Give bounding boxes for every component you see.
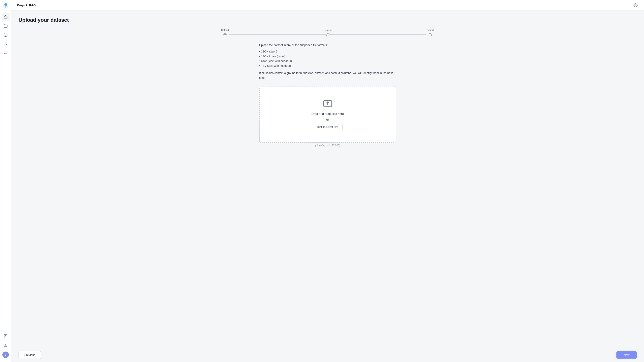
step-review-circle bbox=[326, 33, 329, 36]
step-review: Review bbox=[320, 29, 336, 36]
user-avatar[interactable]: Y bbox=[2, 352, 9, 358]
sidebar-item-folder[interactable] bbox=[2, 22, 10, 30]
page-content: Upload your dataset Upload Review Submit bbox=[11, 10, 644, 348]
svg-rect-14 bbox=[324, 106, 326, 107]
topbar: Project: RAG bbox=[11, 0, 644, 10]
sidebar-item-chat[interactable] bbox=[2, 48, 10, 56]
format-list: JSON (.json) JSON Lines (.jsonl) CSV (.c… bbox=[259, 49, 396, 68]
step-upload-circle bbox=[224, 33, 226, 36]
upload-description: Upload the dataset in any of the support… bbox=[259, 43, 396, 82]
dropzone-container: Drag and drop files here or Click to sel… bbox=[259, 86, 396, 147]
step-upload: Upload bbox=[217, 29, 233, 36]
sidebar-item-docs[interactable] bbox=[2, 332, 10, 340]
or-text: or bbox=[326, 118, 329, 121]
svg-rect-15 bbox=[329, 106, 331, 107]
svg-point-10 bbox=[635, 5, 636, 6]
format-jsonl: JSON Lines (.jsonl) bbox=[259, 54, 396, 59]
description-note: It must also contain a ground truth ques… bbox=[259, 71, 396, 80]
sidebar-bottom: Y bbox=[2, 332, 10, 360]
page-title: Upload your dataset bbox=[18, 17, 637, 23]
svg-point-2 bbox=[5, 6, 6, 8]
stepper: Upload Review Submit bbox=[217, 29, 438, 36]
app-logo[interactable] bbox=[2, 2, 9, 9]
footer-nav: Previous Next bbox=[11, 348, 644, 362]
next-button[interactable]: Next bbox=[616, 351, 637, 359]
previous-button[interactable]: Previous bbox=[18, 351, 41, 359]
description-intro: Upload the dataset in any of the support… bbox=[259, 43, 396, 48]
step-submit: Submit bbox=[422, 29, 438, 36]
format-csv: CSV (.csv, with headers) bbox=[259, 59, 396, 63]
sidebar-item-user[interactable] bbox=[2, 342, 10, 350]
format-tsv: TSV (.tsv, with headers) bbox=[259, 63, 396, 68]
settings-icon[interactable] bbox=[633, 2, 638, 8]
file-dropzone[interactable]: Drag and drop files here or Click to sel… bbox=[259, 86, 396, 143]
project-title: Project: RAG bbox=[17, 3, 36, 7]
sidebar-nav bbox=[2, 13, 10, 332]
sidebar-item-home[interactable] bbox=[2, 13, 10, 21]
upload-icon bbox=[322, 98, 333, 110]
sidebar-item-database[interactable] bbox=[2, 31, 10, 39]
drag-drop-text: Drag and drop files here bbox=[312, 112, 344, 115]
sidebar-item-lab[interactable] bbox=[2, 40, 10, 48]
steps-row: Upload Review Submit bbox=[217, 29, 438, 36]
file-hint: (One file, up to 25 MiB) bbox=[259, 144, 396, 147]
select-files-button[interactable]: Click to select files bbox=[313, 124, 343, 130]
sidebar: Y bbox=[0, 0, 11, 362]
format-json: JSON (.json) bbox=[259, 49, 396, 54]
main-area: Project: RAG Upload your dataset Upload … bbox=[11, 0, 644, 362]
step-submit-circle bbox=[429, 33, 432, 36]
svg-point-9 bbox=[5, 345, 6, 346]
svg-point-3 bbox=[4, 33, 7, 34]
